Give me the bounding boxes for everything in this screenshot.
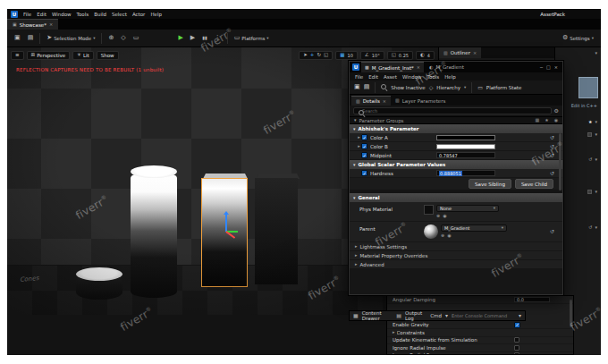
use-selected-icon[interactable]: ◉	[447, 233, 451, 238]
override-checkbox[interactable]: ✓	[361, 170, 367, 176]
viewport-options-button[interactable]: ≡	[11, 51, 24, 60]
tab-m-gradient-inst[interactable]: ■ M_Gradient_Inst* ×	[361, 62, 424, 72]
menu-build[interactable]: Build	[94, 12, 106, 17]
camera-speed-control[interactable]: ◐ 4	[416, 51, 435, 60]
save-button[interactable]: ▣	[12, 32, 23, 45]
show-dropdown[interactable]: Show	[97, 51, 119, 60]
rotation-snap-control[interactable]: ∠ 10°	[360, 51, 384, 60]
close-icon[interactable]: ×	[473, 51, 477, 55]
blueprints-button[interactable]: ◇	[118, 32, 128, 45]
gizmo-z-axis[interactable]	[225, 214, 227, 232]
parent-dropdown[interactable]: M_Gradient ▾	[441, 224, 507, 232]
scene-cylinder-short-top[interactable]	[76, 267, 122, 281]
midpoint-input[interactable]: 0.78547	[436, 152, 495, 158]
select-tool-icon[interactable]: ➤	[303, 53, 308, 58]
phys-material-dropdown[interactable]: None ▾	[436, 205, 499, 212]
grid-snap-control[interactable]: ▦ 10	[335, 51, 358, 60]
menu-window[interactable]: Window	[52, 12, 72, 17]
console-command-input[interactable]	[452, 313, 515, 318]
panel-chevron-icon[interactable]: ▾	[595, 51, 597, 55]
play-options-button[interactable]: ⋮	[212, 32, 224, 45]
scene-box-dark[interactable]	[255, 178, 298, 284]
chevron-down-icon[interactable]: ▾	[595, 120, 597, 124]
color-a-swatch[interactable]	[436, 135, 495, 140]
outliner-tab[interactable]: ▥ Outliner ×	[439, 47, 481, 58]
rotate-tool-icon[interactable]: ↻	[317, 53, 321, 58]
update-kinematic-checkbox[interactable]	[514, 337, 519, 343]
quick-add-button[interactable]: ⊕	[106, 32, 116, 45]
perspective-dropdown[interactable]: ⊞ Perspective	[27, 51, 70, 60]
menu-edit[interactable]: Edit	[368, 74, 378, 80]
frame-skip-button[interactable]: ▶	[188, 32, 198, 45]
browse-icon[interactable]: ▤	[364, 84, 370, 90]
menu-window[interactable]: Window	[402, 74, 422, 80]
reset-icon[interactable]: ↺	[550, 153, 554, 158]
category-lightmass-settings[interactable]: ▸ Lightmass Settings	[350, 242, 562, 251]
ignore-radial-impulse-checkbox[interactable]	[514, 345, 519, 351]
menu-help[interactable]: Help	[444, 74, 456, 80]
scale-snap-control[interactable]: ◱ 0.25	[387, 51, 413, 60]
chevron-down-icon[interactable]: ▾	[595, 190, 597, 194]
chevron-down-icon[interactable]: ▾	[595, 225, 597, 230]
physics-scrollbar[interactable]	[570, 300, 572, 326]
hardness-input[interactable]: 0.888051	[436, 170, 495, 176]
minimize-icon[interactable]: ─	[540, 64, 543, 70]
reset-icon[interactable]: ↺	[550, 144, 554, 149]
scene-cylinder-tall-top[interactable]	[131, 165, 177, 178]
close-icon[interactable]: ×	[554, 64, 558, 70]
details-search-input[interactable]	[353, 107, 552, 114]
settings-dropdown[interactable]: ⚙ Settings ▾	[560, 32, 596, 45]
details-settings-icon[interactable]: ⚙	[554, 108, 559, 114]
menu-file[interactable]: File	[355, 74, 363, 80]
reset-icon[interactable]: ↺	[550, 171, 554, 176]
pause-button[interactable]: ▮▮	[199, 32, 210, 45]
close-icon[interactable]: ×	[417, 65, 420, 70]
menu-help[interactable]: Help	[150, 12, 162, 17]
save-icon[interactable]: ▣	[354, 84, 360, 90]
menu-edit[interactable]: Edit	[37, 12, 46, 17]
constraints-row[interactable]: ▸ Constraints	[387, 329, 573, 337]
selection-mode-dropdown[interactable]: ➤ Selection Mode ▾	[44, 32, 97, 45]
category-abhishek-parameter[interactable]: ▾ Abhishek's Parameter	[350, 124, 562, 133]
move-tool-icon[interactable]: +	[310, 53, 315, 58]
details-scrollbar[interactable]	[559, 133, 562, 190]
override-checkbox[interactable]: ✓	[361, 143, 367, 149]
use-selected-icon[interactable]: ◉	[443, 214, 446, 218]
parameter-groups-header[interactable]: ▾ Parameter Groups ▦ ★ ◉	[350, 116, 562, 124]
category-general[interactable]: ▾ General	[350, 193, 562, 202]
cinematics-button[interactable]: ▭	[131, 32, 142, 45]
category-material-property-overrides[interactable]: ▸ Material Property Overrides	[350, 251, 562, 260]
scale-tool-icon[interactable]: ◱	[324, 53, 328, 58]
enable-gravity-checkbox[interactable]: ✓	[514, 322, 520, 328]
angular-damping-input[interactable]: 0.0	[514, 297, 550, 302]
maximize-icon[interactable]: □	[546, 64, 551, 70]
chevron-down-icon[interactable]: ▾	[595, 157, 597, 162]
override-checkbox[interactable]: ✓	[361, 152, 367, 158]
save-sibling-button[interactable]: Save Sibling	[469, 179, 511, 189]
ignore-radial-force-checkbox[interactable]	[514, 352, 519, 355]
chevron-down-icon[interactable]: ▾	[595, 132, 597, 137]
parent-material-thumbnail[interactable]	[424, 224, 438, 239]
material-window-titlebar[interactable]: U ■ M_Gradient_Inst* × ◐ M_Gradient ─ □ …	[350, 62, 562, 72]
tab-details[interactable]: ▥ Details ×	[351, 96, 391, 106]
menu-file[interactable]: File	[23, 12, 31, 17]
hierarchy-dropdown[interactable]: Hierarchy	[436, 85, 460, 90]
transform-gizmo[interactable]	[218, 214, 245, 237]
browse-to-asset-icon[interactable]: ⊕	[436, 214, 440, 218]
phys-material-thumbnail[interactable]	[424, 205, 434, 215]
menu-tools[interactable]: Tools	[427, 74, 440, 80]
menu-asset[interactable]: Asset	[384, 74, 397, 80]
cmd-dropdown[interactable]: Cmd	[430, 313, 442, 318]
reset-icon[interactable]: ↺	[588, 225, 592, 230]
platforms-dropdown[interactable]: ▭ Platforms ▾	[232, 32, 272, 45]
category-advanced[interactable]: ▸ Advanced	[350, 260, 562, 269]
reset-icon[interactable]: ↺	[550, 135, 554, 140]
eye-icon[interactable]: ◉	[554, 118, 558, 123]
tab-m-gradient[interactable]: ◐ M_Gradient	[426, 62, 468, 72]
platform-state-button[interactable]: Platform State	[486, 85, 522, 90]
play-button[interactable]: ▶	[175, 32, 185, 45]
level-tab-showcase[interactable]: ▣ Showcase* ×	[7, 19, 58, 30]
save-child-button[interactable]: Save Child	[515, 179, 553, 189]
color-b-swatch[interactable]	[436, 144, 495, 149]
selected-swatch[interactable]	[578, 77, 598, 98]
